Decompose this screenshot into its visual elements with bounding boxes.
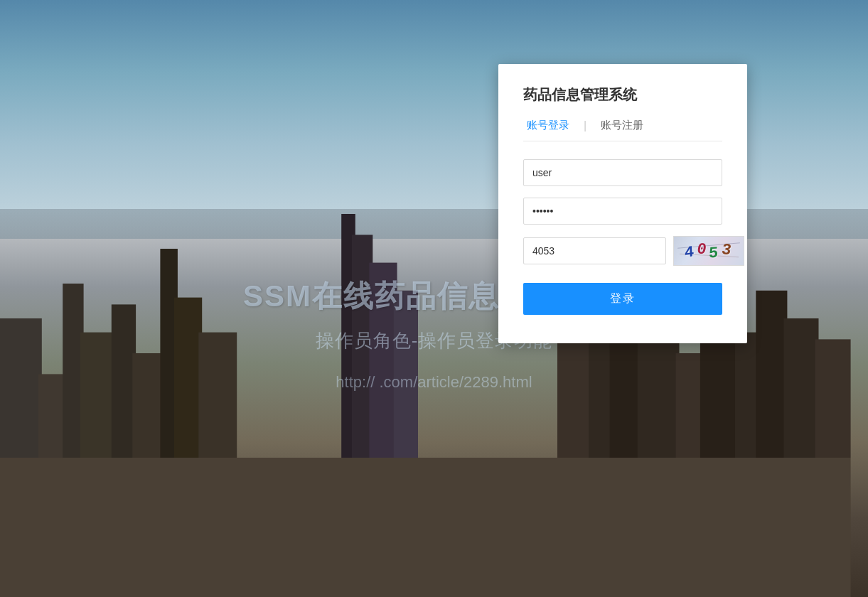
svg-rect-13	[394, 291, 418, 458]
username-group	[523, 159, 722, 186]
captcha-char-3: 3	[719, 241, 735, 260]
username-input[interactable]	[523, 159, 722, 186]
svg-rect-22	[783, 318, 818, 458]
svg-rect-4	[80, 333, 115, 458]
captcha-char-0: 4	[684, 242, 697, 262]
svg-rect-20	[735, 333, 759, 458]
login-card: 药品信息管理系统 账号登录 | 账号注册 4053 登	[498, 64, 747, 343]
captcha-image[interactable]: 4053	[673, 236, 744, 266]
tab-login[interactable]: 账号登录	[523, 119, 573, 132]
tab-separator: |	[584, 119, 586, 132]
captcha-row: 4053	[523, 236, 722, 266]
svg-rect-9	[198, 333, 237, 458]
svg-rect-21	[756, 291, 787, 458]
card-title: 药品信息管理系统	[523, 85, 722, 104]
captcha-input[interactable]	[523, 237, 666, 264]
svg-rect-8	[174, 298, 202, 458]
login-button[interactable]: 登录	[523, 283, 722, 315]
captcha-group: 4053	[523, 236, 722, 266]
svg-rect-12	[369, 263, 397, 458]
svg-rect-6	[132, 353, 164, 458]
svg-rect-2	[38, 374, 66, 458]
password-input[interactable]	[523, 198, 722, 225]
captcha-text: 4053	[684, 242, 734, 260]
captcha-visual: 4053	[674, 237, 744, 265]
svg-rect-0	[0, 458, 851, 597]
svg-rect-15	[589, 333, 613, 458]
tabs-container: 账号登录 | 账号注册	[523, 119, 722, 141]
tab-register[interactable]: 账号注册	[597, 119, 647, 132]
svg-rect-18	[676, 353, 704, 458]
svg-rect-23	[815, 339, 851, 458]
password-group	[523, 198, 722, 225]
captcha-char-2: 5	[708, 244, 721, 262]
svg-rect-1	[0, 318, 42, 458]
svg-rect-5	[112, 304, 136, 458]
